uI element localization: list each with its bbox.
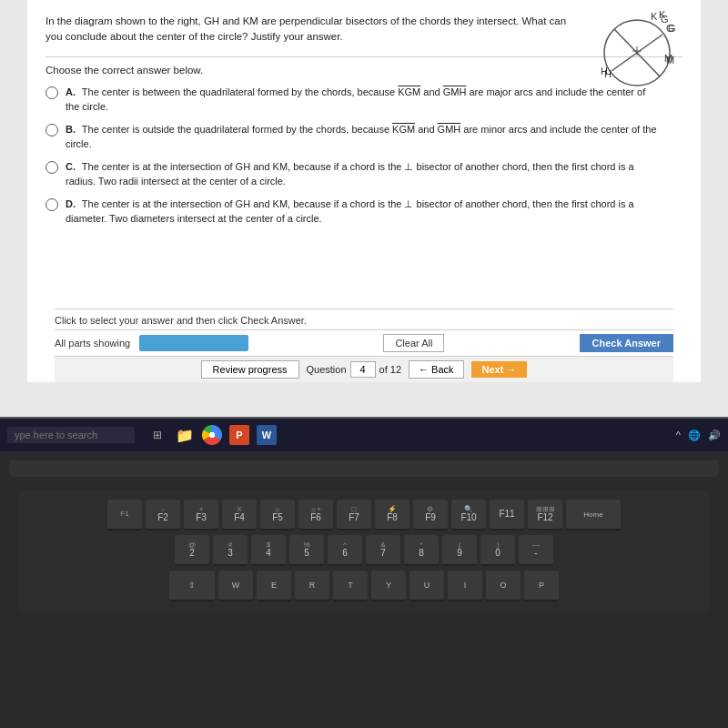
key-f11[interactable]: F11 bbox=[490, 500, 524, 531]
key-home[interactable]: Home bbox=[566, 500, 621, 531]
radio-d[interactable] bbox=[46, 198, 58, 211]
key-f12[interactable]: ⊞⊞⊞F12 bbox=[528, 500, 562, 531]
key-hash[interactable]: #3 bbox=[213, 535, 248, 566]
key-f4[interactable]: XF4 bbox=[222, 500, 257, 531]
progress-bar bbox=[139, 335, 248, 351]
answer-options: A. The center is between the quadrilater… bbox=[46, 85, 682, 227]
all-parts-label: All parts showing bbox=[55, 338, 130, 349]
of-label: of 12 bbox=[379, 364, 401, 375]
option-a[interactable]: A. The center is between the quadrilater… bbox=[46, 85, 682, 115]
key-f5[interactable]: ☼F5 bbox=[260, 500, 295, 531]
diagram-label-k: K bbox=[651, 11, 658, 22]
laptop-screen: G K G H M K G H M In the diagram shown t… bbox=[0, 0, 728, 419]
taskbar-search-input[interactable] bbox=[7, 427, 135, 443]
nav-row: Review progress Question of 12 ← Back Ne… bbox=[55, 356, 673, 382]
option-b-text: B. The center is outside the quadrilater… bbox=[66, 122, 657, 152]
next-button[interactable]: Next → bbox=[471, 361, 528, 378]
diagram-label-g: G bbox=[668, 23, 676, 34]
check-answer-button[interactable]: Check Answer bbox=[580, 334, 673, 352]
key-f8[interactable]: ⚡F8 bbox=[375, 500, 410, 531]
taskbar-chevron-icon: ^ bbox=[676, 430, 681, 440]
powerpoint-icon[interactable]: P bbox=[229, 425, 249, 445]
option-a-text: A. The center is between the quadrilater… bbox=[66, 85, 657, 115]
diagram-label-m: M bbox=[666, 55, 674, 66]
key-f1[interactable]: F1 bbox=[107, 500, 142, 531]
key-u[interactable]: U bbox=[410, 571, 444, 602]
key-f9[interactable]: ⚙F9 bbox=[413, 500, 448, 531]
clear-all-button[interactable]: Clear All bbox=[383, 334, 444, 352]
key-r[interactable]: R bbox=[295, 571, 329, 602]
circle-diagram: G K G H M K G H M bbox=[592, 9, 682, 91]
taskbar-volume-icon: 🔊 bbox=[708, 430, 721, 441]
grid-icon[interactable]: ⊞ bbox=[147, 425, 167, 445]
option-c-text: C. The center is at the intersection of … bbox=[66, 159, 657, 189]
option-b[interactable]: B. The center is outside the quadrilater… bbox=[46, 122, 682, 152]
key-i[interactable]: I bbox=[448, 571, 482, 602]
radio-a[interactable] bbox=[46, 86, 58, 99]
key-shift-left[interactable]: ⇧ bbox=[169, 571, 215, 602]
question-text: In the diagram shown to the right, GH an… bbox=[46, 14, 573, 46]
key-f10[interactable]: 🔍F10 bbox=[451, 500, 486, 531]
option-d[interactable]: D. The center is at the intersection of … bbox=[46, 197, 682, 227]
key-minus[interactable]: —- bbox=[519, 535, 553, 566]
key-e[interactable]: E bbox=[257, 571, 291, 602]
key-row-fn: F1 -F2 +F3 XF4 ☼F5 ☼+F6 □F7 ⚡F8 ⚙F9 🔍F10… bbox=[29, 500, 699, 531]
toolbar-left: All parts showing bbox=[55, 335, 248, 351]
key-y[interactable]: Y bbox=[371, 571, 406, 602]
key-f7[interactable]: □F7 bbox=[337, 500, 371, 531]
taskbar-icons: ⊞ 📁 P W bbox=[147, 425, 277, 445]
question-display: Question of 12 bbox=[307, 361, 402, 378]
option-c[interactable]: C. The center is at the intersection of … bbox=[46, 159, 682, 189]
key-dollar[interactable]: $4 bbox=[251, 535, 286, 566]
taskbar-right: ^ 🌐 🔊 bbox=[676, 430, 721, 441]
chrome-icon[interactable] bbox=[202, 425, 222, 445]
key-f3[interactable]: +F3 bbox=[184, 500, 218, 531]
worksheet: G K G H M K G H M In the diagram shown t… bbox=[27, 0, 701, 382]
diagram-label-h: H bbox=[601, 66, 608, 76]
taskbar-network-icon: 🌐 bbox=[688, 430, 701, 441]
key-f6[interactable]: ☼+F6 bbox=[298, 500, 333, 531]
question-number-input[interactable] bbox=[350, 361, 376, 378]
toolbar-row: All parts showing Clear All Check Answer bbox=[55, 329, 673, 356]
key-row-numbers: @2 #3 $4 %5 ^6 &7 *8 (9 )0 —- bbox=[29, 535, 699, 566]
key-percent[interactable]: %5 bbox=[289, 535, 324, 566]
key-p[interactable]: P bbox=[524, 571, 559, 602]
key-lparen[interactable]: (9 bbox=[442, 535, 477, 566]
question-label: Question bbox=[307, 364, 347, 375]
review-progress-button[interactable]: Review progress bbox=[201, 360, 299, 379]
key-star[interactable]: *8 bbox=[404, 535, 439, 566]
choose-label: Choose the correct answer below. bbox=[46, 65, 682, 76]
svg-text:K: K bbox=[659, 9, 666, 20]
laptop-body: F1 -F2 +F3 XF4 ☼F5 ☼+F6 □F7 ⚡F8 ⚙F9 🔍F10… bbox=[0, 451, 728, 728]
keyboard-area: F1 -F2 +F3 XF4 ☼F5 ☼+F6 □F7 ⚡F8 ⚙F9 🔍F10… bbox=[18, 490, 710, 615]
files-icon[interactable]: 📁 bbox=[175, 425, 195, 445]
key-rparen[interactable]: )0 bbox=[480, 535, 515, 566]
key-at[interactable]: @2 bbox=[175, 535, 209, 566]
key-caret[interactable]: ^6 bbox=[328, 535, 362, 566]
bottom-bar: Click to select your answer and then cli… bbox=[55, 308, 673, 382]
word-icon[interactable]: W bbox=[257, 425, 277, 445]
laptop-lid-bottom bbox=[9, 460, 719, 477]
divider bbox=[46, 56, 682, 57]
key-row-qwerty: ⇧ W E R T Y U I O P bbox=[29, 571, 699, 602]
key-f2[interactable]: -F2 bbox=[146, 500, 180, 531]
key-ampersand[interactable]: &7 bbox=[366, 535, 400, 566]
click-instruction: Click to select your answer and then cli… bbox=[55, 309, 673, 329]
key-o[interactable]: O bbox=[486, 571, 521, 602]
taskbar: ⊞ 📁 P W ^ 🌐 🔊 bbox=[0, 419, 728, 451]
back-button[interactable]: ← Back bbox=[409, 360, 464, 379]
key-w[interactable]: W bbox=[218, 571, 253, 602]
key-t[interactable]: T bbox=[333, 571, 368, 602]
radio-c[interactable] bbox=[46, 161, 58, 174]
radio-b[interactable] bbox=[46, 124, 58, 136]
option-d-text: D. The center is at the intersection of … bbox=[66, 197, 657, 227]
